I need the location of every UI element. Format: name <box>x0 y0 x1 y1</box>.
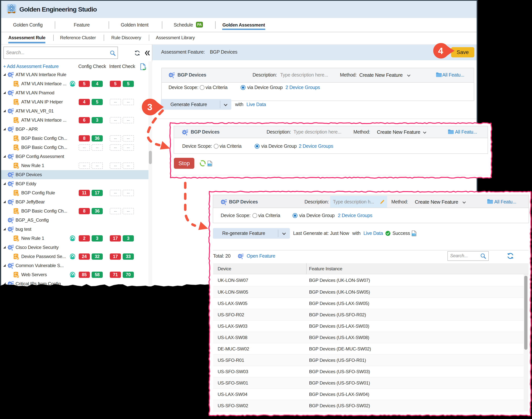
svg-text:F: F <box>9 74 10 76</box>
svg-text:F: F <box>9 228 10 230</box>
svg-text:F: F <box>9 201 10 203</box>
svg-text:F: F <box>9 128 10 130</box>
svg-text:F: F <box>239 255 240 257</box>
svg-text:F: F <box>9 156 10 157</box>
svg-text:F: F <box>170 74 171 76</box>
svg-text:F: F <box>222 201 224 203</box>
svg-text:F: F <box>9 283 10 285</box>
svg-text:F: F <box>184 131 185 133</box>
svg-text:F: F <box>9 174 10 176</box>
svg-text:LOG: LOG <box>412 234 416 236</box>
svg-text:F: F <box>9 110 10 112</box>
svg-text:LOG: LOG <box>208 164 211 166</box>
svg-text:F: F <box>9 219 10 221</box>
svg-text:F: F <box>9 183 10 185</box>
svg-text:F: F <box>9 265 10 267</box>
svg-text:F: F <box>9 92 10 94</box>
svg-text:F: F <box>9 247 10 249</box>
